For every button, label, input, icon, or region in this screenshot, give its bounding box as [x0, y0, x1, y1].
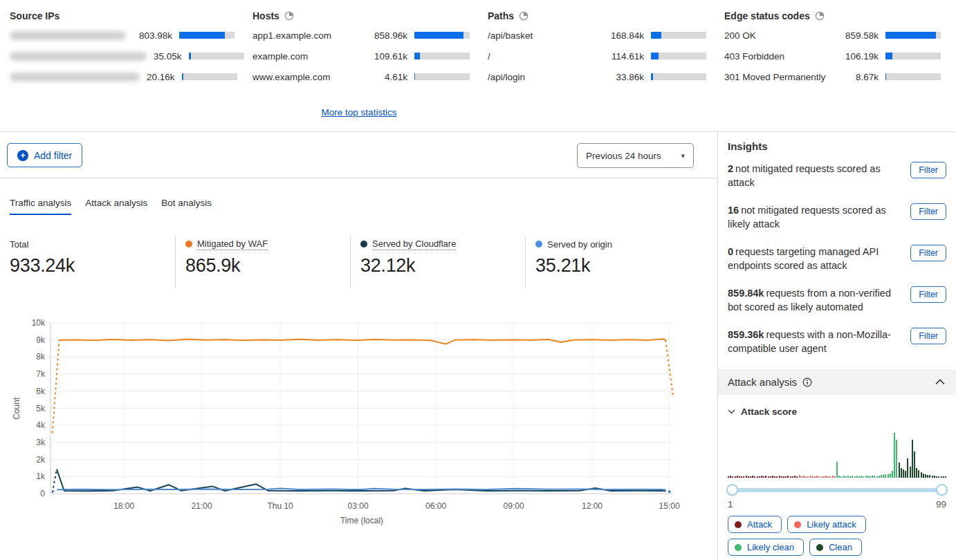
list-item: 2not mitigated requests scored as attack…: [728, 162, 946, 193]
insight-text: 859.84krequests from a non-verified bot …: [728, 286, 903, 314]
histogram-bar: [896, 440, 897, 478]
insight-filter-button[interactable]: Filter: [910, 245, 946, 261]
histogram-bar: [838, 476, 840, 478]
histogram-bar: [927, 475, 928, 478]
table-row: /api/basket 168.84k: [488, 25, 706, 46]
insight-filter-button[interactable]: Filter: [910, 328, 946, 344]
table-row: www.example.com 4.61k: [252, 66, 470, 87]
attack-dot: [735, 521, 742, 528]
histogram-bar: [943, 476, 944, 478]
table-row: 803.98k: [10, 25, 235, 46]
more-top-statistics-link[interactable]: More top statistics: [322, 107, 397, 118]
row-value: 803.98k: [139, 30, 172, 41]
histogram-bar: [843, 476, 845, 478]
histogram-bar: [888, 474, 889, 478]
stat-label: Total: [10, 239, 28, 250]
collapse-chevron-up-icon[interactable]: [935, 379, 945, 385]
chevron-down-icon[interactable]: [728, 409, 735, 414]
svg-text:5k: 5k: [36, 404, 46, 413]
row-value: 858.96k: [374, 30, 407, 41]
add-filter-button[interactable]: + Add filter: [7, 143, 82, 167]
histogram-bar: [861, 476, 862, 478]
histogram-bar: [812, 476, 813, 478]
table-row: / 114.61k: [488, 46, 706, 66]
time-range-select[interactable]: Previous 24 hours ▾: [577, 143, 694, 168]
table-row: 301 Moved Permanently 8.67k: [724, 66, 941, 87]
redacted-ip: [10, 52, 147, 61]
top-statistics: Source IPs 803.98k 35.05k 20.16k Hosts: [0, 0, 956, 102]
clean-dot: [816, 544, 823, 551]
analysis-tabs: Traffic analysis Attack analysis Bot ana…: [10, 198, 212, 215]
slider-track[interactable]: [728, 488, 946, 492]
histogram-bar: [879, 476, 880, 478]
stat-label[interactable]: Served by Cloudflare: [372, 239, 456, 250]
column-title: Source IPs: [10, 10, 59, 21]
table-row: 20.16k: [10, 66, 235, 87]
stat-mitigated-by-waf[interactable]: Mitigated by WAF 865.9k: [175, 236, 350, 288]
histogram-bar: [829, 476, 831, 478]
list-item: 0requests targeting managed API endpoint…: [728, 245, 946, 276]
attack-score-range-slider[interactable]: [728, 484, 946, 496]
insight-text: 0requests targeting managed API endpoint…: [728, 245, 903, 272]
likely-attack-dot: [794, 521, 801, 528]
bar: [414, 73, 470, 80]
stat-served-by-cloudflare[interactable]: Served by Cloudflare 32.12k: [350, 236, 525, 288]
tab-traffic-analysis[interactable]: Traffic analysis: [10, 198, 71, 215]
attack-analysis-section-header: Attack analysis: [718, 369, 956, 395]
add-filter-label: Add filter: [34, 150, 72, 161]
svg-text:6k: 6k: [36, 386, 46, 396]
histogram-bar: [794, 476, 796, 478]
row-label: 301 Moved Permanently: [724, 72, 849, 82]
histogram-bar: [785, 476, 787, 478]
histogram-bar: [918, 470, 919, 478]
histogram-bar: [863, 476, 864, 478]
histogram-bar: [907, 458, 908, 478]
slider-handle-max[interactable]: [936, 484, 948, 496]
row-value: 859.58k: [845, 30, 879, 41]
svg-text:09:00: 09:00: [504, 501, 524, 511]
main-panel: + Add filter Previous 24 hours ▾ Traffic…: [0, 132, 718, 560]
histogram-bar: [779, 476, 780, 478]
svg-text:8k: 8k: [36, 352, 46, 362]
divider: [0, 178, 717, 178]
stat-label: Served by origin: [547, 239, 612, 250]
stat-label[interactable]: Mitigated by WAF: [197, 239, 268, 250]
histogram-bar: [735, 476, 736, 478]
bar: [414, 32, 470, 39]
traffic-chart: 01k2k3k4k5k6k7k8k9k10k18:0021:00Thu 1003…: [6, 305, 711, 546]
top-stats-edge-status-codes: Edge status codes 200 OK 859.58k 403 For…: [724, 7, 946, 102]
legend-clean-button[interactable]: Clean: [809, 539, 862, 556]
row-value: 20.16k: [147, 72, 175, 82]
redacted-ip: [10, 31, 126, 40]
clock-icon: [284, 11, 294, 21]
svg-text:4k: 4k: [36, 420, 46, 430]
insight-filter-button[interactable]: Filter: [910, 162, 946, 178]
slider-max-label: 99: [936, 499, 946, 510]
histogram-bar: [754, 476, 755, 478]
insight-text: 2not mitigated requests scored as attack: [728, 162, 903, 189]
tab-attack-analysis[interactable]: Attack analysis: [85, 198, 147, 215]
row-value: 35.05k: [154, 51, 182, 62]
insight-filter-button[interactable]: Filter: [910, 203, 946, 220]
row-label: /api/basket: [488, 30, 604, 41]
insight-filter-button[interactable]: Filter: [910, 286, 946, 303]
legend-likely-attack-button[interactable]: Likely attack: [787, 516, 866, 533]
svg-text:06:00: 06:00: [425, 501, 446, 511]
histogram-bar: [901, 468, 902, 478]
row-label: www.example.com: [252, 72, 378, 82]
row-label: example.com: [252, 51, 367, 62]
column-title: Edge status codes: [724, 10, 810, 21]
histogram-bar: [910, 467, 911, 478]
legend-attack-button[interactable]: Attack: [728, 516, 782, 533]
legend-likely-clean-button[interactable]: Likely clean: [728, 539, 804, 556]
table-row: 403 Forbidden 106.19k: [724, 46, 941, 66]
info-icon[interactable]: [802, 377, 812, 387]
tab-bot-analysis[interactable]: Bot analysis: [161, 198, 212, 215]
histogram-bar: [730, 476, 731, 478]
attack-score-legend: Attack Likely attack Likely clean Clean: [728, 516, 946, 556]
stat-served-by-origin[interactable]: Served by origin 35.21k: [525, 236, 700, 288]
histogram-bar: [790, 476, 791, 478]
slider-handle-min[interactable]: [726, 484, 738, 496]
top-stats-paths: Paths /api/basket 168.84k / 114.61k /api…: [488, 7, 724, 102]
histogram-bar: [912, 440, 913, 478]
